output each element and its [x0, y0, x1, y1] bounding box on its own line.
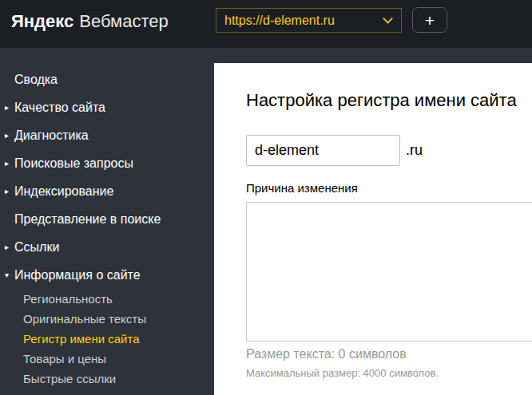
main-content: Настройка регистра имени сайта .ru Причи… — [214, 63, 532, 395]
reason-textarea[interactable] — [246, 202, 532, 342]
sidebar-item-diagnostics[interactable]: ▸ Диагностика — [0, 121, 214, 149]
sidebar-subitem-original-texts[interactable]: Оригинальные тексты — [0, 309, 214, 329]
sidebar-item-links[interactable]: ▸ Ссылки — [0, 233, 214, 261]
site-name-row: .ru — [246, 135, 423, 166]
chevron-right-icon: ▸ — [5, 149, 9, 177]
chevron-down-icon — [383, 14, 393, 24]
app-shell: Сводка ▸ Качество сайта ▸ Диагностика ▸ … — [0, 48, 532, 395]
chevron-right-icon: ▸ — [5, 93, 9, 121]
site-selector-dropdown[interactable]: https://d-element.ru — [216, 8, 402, 33]
sidebar-subitem-site-name-case[interactable]: Регистр имени сайта — [0, 329, 214, 349]
sidebar-item-site-information[interactable]: ▾ Информация о сайте — [0, 261, 214, 289]
yandex-webmaster-logo: Яндекс Вебмастер — [11, 0, 169, 43]
sidebar-subitem-regionality[interactable]: Региональность — [0, 289, 214, 309]
chevron-right-icon: ▸ — [5, 121, 9, 149]
chevron-down-icon: ▾ — [5, 261, 9, 289]
add-site-button[interactable]: + — [412, 7, 447, 33]
text-size-counter: Размер текста: 0 символов — [246, 347, 407, 361]
chevron-right-icon: ▸ — [5, 177, 9, 205]
logo-brand: Яндекс — [11, 11, 73, 32]
sidebar-item-summary[interactable]: Сводка — [0, 65, 214, 93]
sidebar-item-indexing[interactable]: ▸ Индексирование — [0, 177, 214, 205]
max-size-note: Максимальный размер: 4000 символов. — [246, 367, 439, 379]
chevron-right-icon: ▸ — [5, 233, 9, 261]
sidebar-subitem-quick-links[interactable]: Быстрые ссылки — [0, 369, 214, 389]
sidebar-item-site-quality[interactable]: ▸ Качество сайта — [0, 93, 214, 121]
top-header-bar: Яндекс Вебмастер https://d-element.ru + — [0, 0, 532, 48]
site-name-input[interactable] — [246, 135, 400, 166]
site-selector-value: https://d-element.ru — [224, 14, 335, 28]
page-title: Настройка регистра имени сайта — [246, 90, 517, 111]
sidebar-item-search-queries[interactable]: ▸ Поисковые запросы — [0, 149, 214, 177]
domain-suffix: .ru — [406, 142, 423, 159]
reason-label: Причина изменения — [246, 181, 358, 195]
sidebar-navigation: Сводка ▸ Качество сайта ▸ Диагностика ▸ … — [0, 48, 214, 395]
logo-product: Вебмастер — [79, 11, 168, 32]
sidebar-item-search-appearance[interactable]: Представление в поиске — [0, 205, 214, 233]
sidebar-subitem-goods-and-prices[interactable]: Товары и цены — [0, 349, 214, 369]
